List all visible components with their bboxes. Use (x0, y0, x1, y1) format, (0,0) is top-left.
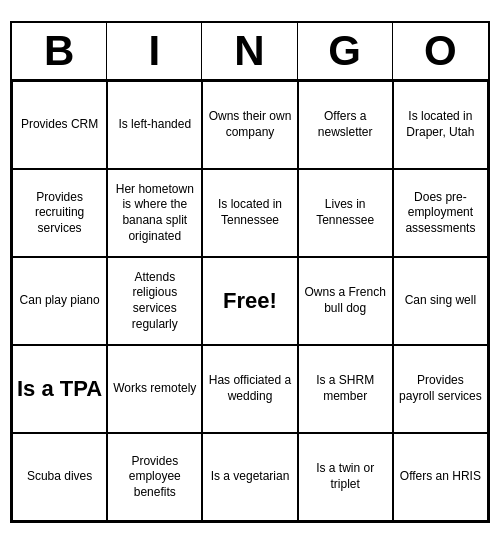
bingo-cell-19[interactable]: Provides payroll services (393, 345, 488, 433)
bingo-cell-4[interactable]: Is located in Draper, Utah (393, 81, 488, 169)
bingo-cell-3[interactable]: Offers a newsletter (298, 81, 393, 169)
bingo-cell-17[interactable]: Has officiated a wedding (202, 345, 297, 433)
bingo-header: BINGO (12, 23, 488, 81)
bingo-cell-14[interactable]: Can sing well (393, 257, 488, 345)
bingo-cell-10[interactable]: Can play piano (12, 257, 107, 345)
bingo-cell-12[interactable]: Free! (202, 257, 297, 345)
bingo-letter-i: I (107, 23, 202, 79)
bingo-cell-1[interactable]: Is left-handed (107, 81, 202, 169)
bingo-letter-n: N (202, 23, 297, 79)
bingo-cell-0[interactable]: Provides CRM (12, 81, 107, 169)
bingo-cell-7[interactable]: Is located in Tennessee (202, 169, 297, 257)
bingo-cell-6[interactable]: Her hometown is where the banana split o… (107, 169, 202, 257)
bingo-cell-16[interactable]: Works remotely (107, 345, 202, 433)
bingo-cell-22[interactable]: Is a vegetarian (202, 433, 297, 521)
bingo-letter-g: G (298, 23, 393, 79)
bingo-cell-21[interactable]: Provides employee benefits (107, 433, 202, 521)
bingo-card: BINGO Provides CRMIs left-handedOwns the… (10, 21, 490, 523)
bingo-cell-8[interactable]: Lives in Tennessee (298, 169, 393, 257)
bingo-grid: Provides CRMIs left-handedOwns their own… (12, 81, 488, 521)
bingo-cell-5[interactable]: Provides recruiting services (12, 169, 107, 257)
bingo-cell-24[interactable]: Offers an HRIS (393, 433, 488, 521)
bingo-letter-o: O (393, 23, 488, 79)
bingo-cell-20[interactable]: Scuba dives (12, 433, 107, 521)
bingo-cell-15[interactable]: Is a TPA (12, 345, 107, 433)
bingo-cell-9[interactable]: Does pre-employment assessments (393, 169, 488, 257)
bingo-cell-23[interactable]: Is a twin or triplet (298, 433, 393, 521)
bingo-letter-b: B (12, 23, 107, 79)
bingo-cell-11[interactable]: Attends religious services regularly (107, 257, 202, 345)
bingo-cell-13[interactable]: Owns a French bull dog (298, 257, 393, 345)
bingo-cell-2[interactable]: Owns their own company (202, 81, 297, 169)
bingo-cell-18[interactable]: Is a SHRM member (298, 345, 393, 433)
